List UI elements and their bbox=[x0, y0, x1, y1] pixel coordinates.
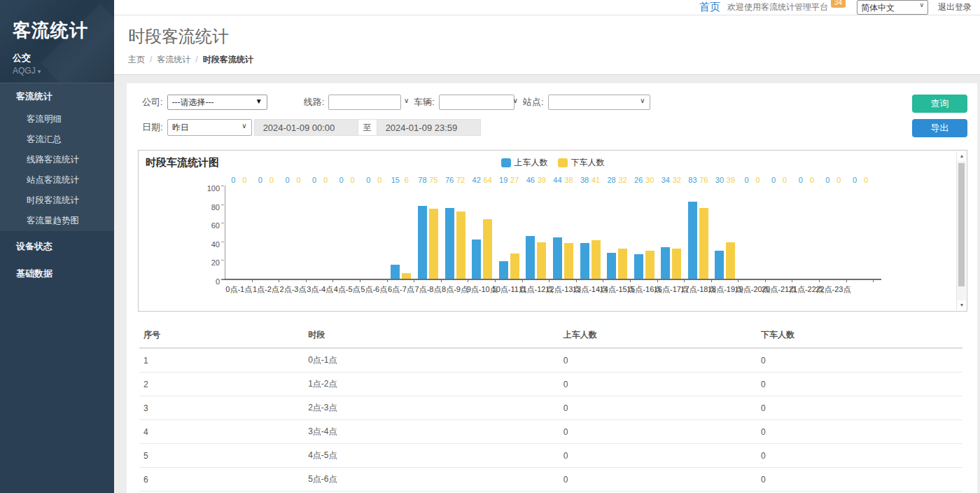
logout-link[interactable]: 退出登录 bbox=[938, 1, 972, 13]
bar[interactable] bbox=[618, 249, 627, 279]
bar[interactable] bbox=[672, 249, 681, 279]
bar[interactable] bbox=[699, 208, 708, 279]
breadcrumb-item[interactable]: 客流统计 bbox=[157, 55, 190, 64]
bar[interactable] bbox=[580, 243, 589, 279]
bar-value-label: 0 bbox=[836, 176, 841, 184]
scroll-down-icon[interactable]: ▼ bbox=[957, 300, 967, 310]
bar[interactable] bbox=[445, 208, 454, 279]
bar-group: 343216点-17点 bbox=[658, 186, 685, 279]
bar-column: 0 bbox=[229, 186, 238, 279]
date-end-input[interactable] bbox=[377, 120, 480, 135]
bar[interactable] bbox=[645, 251, 654, 279]
breadcrumb-item[interactable]: 主页 bbox=[128, 55, 145, 64]
vehicle-select[interactable] bbox=[439, 95, 514, 110]
bar-column: 38 bbox=[564, 186, 573, 279]
sidebar-item[interactable]: 线路客流统计 bbox=[0, 150, 114, 170]
sidebar-item[interactable]: 站点客流统计 bbox=[0, 170, 114, 190]
table-header-cell: 时段 bbox=[304, 324, 559, 348]
sidebar-item[interactable]: 客流量趋势图 bbox=[0, 211, 114, 231]
bar-group: 001点-2点 bbox=[253, 186, 280, 279]
bar-value-label: 0 bbox=[366, 176, 370, 184]
bar[interactable] bbox=[537, 242, 546, 279]
bar-group: 1566点-7点 bbox=[388, 186, 415, 279]
sidebar-item[interactable]: 设备状态 bbox=[0, 233, 114, 259]
table-cell: 0 bbox=[559, 420, 757, 444]
bar[interactable] bbox=[592, 240, 601, 279]
notification-badge[interactable]: 34 bbox=[831, 0, 846, 8]
query-button[interactable]: 查询 bbox=[912, 95, 967, 113]
bar[interactable] bbox=[456, 211, 465, 279]
line-label: 线路: bbox=[304, 96, 325, 109]
bar-group: 000点-1点 bbox=[225, 186, 253, 279]
table-cell: 4 bbox=[139, 420, 304, 444]
bar[interactable] bbox=[483, 219, 492, 279]
line-select[interactable] bbox=[328, 95, 401, 110]
bar[interactable] bbox=[553, 237, 562, 279]
bar[interactable] bbox=[418, 206, 427, 279]
bar-column: 44 bbox=[553, 186, 562, 279]
bar-value-label: 27 bbox=[510, 176, 519, 184]
sidebar-item[interactable]: 时段客流统计 bbox=[0, 190, 114, 211]
bar-group: 837617点-18点 bbox=[685, 186, 712, 279]
table-cell: 0 bbox=[559, 396, 757, 420]
bar[interactable] bbox=[634, 254, 643, 279]
bar[interactable] bbox=[391, 265, 400, 279]
bar[interactable] bbox=[715, 251, 724, 279]
export-button[interactable]: 导出 bbox=[912, 119, 967, 137]
legend-item[interactable]: 上车人数 bbox=[501, 157, 548, 169]
table-cell: 0 bbox=[559, 444, 757, 468]
chart-vertical-scrollbar[interactable]: ▲ ▼ bbox=[956, 151, 966, 310]
company-select[interactable]: ---请选择--- bbox=[167, 95, 267, 110]
bar-column: 32 bbox=[618, 186, 627, 279]
legend-item[interactable]: 下车人数 bbox=[558, 157, 605, 169]
language-select[interactable]: 简体中文 bbox=[857, 0, 928, 15]
bar[interactable] bbox=[564, 243, 573, 279]
table-cell: 3点-4点 bbox=[304, 420, 559, 444]
sidebar-item[interactable]: 基础数据 bbox=[0, 261, 114, 286]
bar-group: 443812点-13点 bbox=[550, 186, 577, 279]
chart-panel: 时段车流统计图 上车人数下车人数 000点-1点001点-2点002点-3点00… bbox=[138, 150, 967, 312]
table-cell: 0 bbox=[757, 420, 962, 444]
bar-value-label: 72 bbox=[456, 176, 465, 184]
bar-column: 0 bbox=[769, 186, 778, 279]
home-link[interactable]: 首页 bbox=[699, 1, 720, 14]
breadcrumb-separator: / bbox=[150, 55, 152, 64]
bar-group: 384113点-14点 bbox=[577, 186, 604, 279]
station-select[interactable] bbox=[548, 95, 650, 110]
bar[interactable] bbox=[429, 209, 438, 279]
bar[interactable] bbox=[661, 247, 670, 279]
vehicle-label: 车辆: bbox=[414, 96, 435, 109]
bar-value-label: 44 bbox=[553, 176, 561, 184]
x-axis-label: 5点-6点 bbox=[360, 284, 387, 295]
bar-value-label: 30 bbox=[715, 176, 724, 184]
x-axis-label: 6点-7点 bbox=[388, 284, 414, 295]
page-head: 时段客流统计 主页/客流统计/时段客流统计 bbox=[114, 15, 980, 75]
bar[interactable] bbox=[510, 254, 519, 279]
bar[interactable] bbox=[499, 261, 508, 279]
bar[interactable] bbox=[726, 242, 735, 279]
sidebar-group-header[interactable]: 客流统计 bbox=[0, 83, 114, 109]
bar[interactable] bbox=[526, 236, 535, 279]
bar-column: 19 bbox=[499, 186, 508, 279]
bar-value-label: 39 bbox=[538, 176, 546, 184]
sidebar-item[interactable]: 客流汇总 bbox=[0, 130, 114, 150]
bar[interactable] bbox=[688, 202, 697, 279]
bar[interactable] bbox=[472, 239, 481, 279]
date-start-input[interactable] bbox=[255, 120, 358, 135]
scrollbar-thumb[interactable] bbox=[958, 163, 965, 286]
date-preset-select[interactable]: 昨日 bbox=[167, 119, 252, 136]
bar[interactable] bbox=[402, 273, 411, 279]
bar-value-label: 30 bbox=[645, 176, 654, 184]
org-selector[interactable]: AQGJ▾ bbox=[13, 66, 114, 76]
bar-column: 64 bbox=[483, 186, 492, 279]
bar-value-label: 0 bbox=[231, 176, 235, 184]
station-label: 站点: bbox=[523, 96, 544, 109]
bar-value-label: 32 bbox=[618, 176, 626, 184]
sidebar-item[interactable]: 客流明细 bbox=[0, 109, 114, 130]
bar-column: 46 bbox=[526, 186, 535, 279]
bar-column: 30 bbox=[715, 186, 724, 279]
scroll-up-icon[interactable]: ▲ bbox=[957, 151, 967, 161]
bar[interactable] bbox=[607, 253, 616, 279]
table-row: 32点-3点00 bbox=[139, 396, 962, 420]
bar-value-label: 41 bbox=[592, 176, 600, 184]
